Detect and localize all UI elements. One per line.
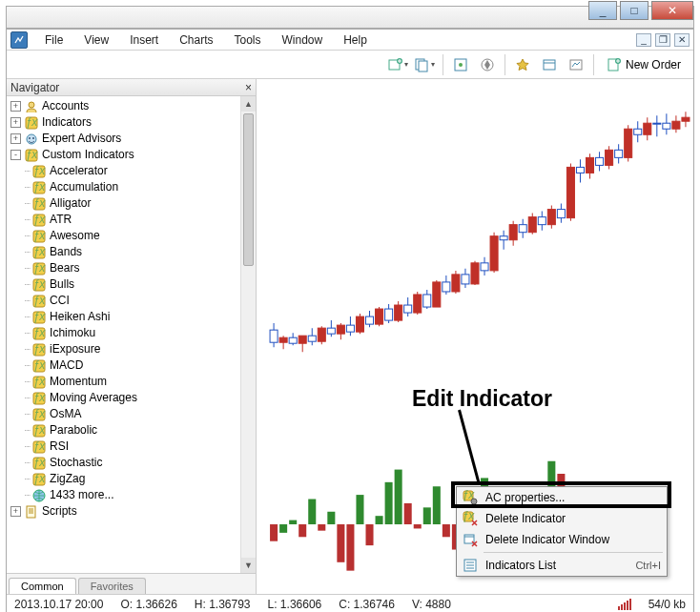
expander-icon[interactable]: +	[10, 101, 21, 112]
context-menu-delete-indicator[interactable]: ƒх Delete Indicator	[457, 508, 667, 529]
scroll-thumb[interactable]	[243, 113, 254, 266]
fx-icon: ƒх	[31, 262, 47, 275]
svg-rect-142	[644, 123, 651, 134]
svg-rect-98	[433, 282, 441, 307]
tree-item-expert-advisors[interactable]: +Expert Advisors	[9, 131, 240, 147]
svg-rect-68	[289, 337, 297, 343]
scroll-up-button[interactable]: ▲	[241, 96, 256, 112]
tree-item-bands[interactable]: ┈ƒхBands	[9, 244, 240, 260]
navigator-close-button[interactable]: ×	[245, 81, 252, 94]
svg-text:ƒх: ƒх	[33, 262, 46, 275]
svg-rect-165	[404, 503, 412, 524]
context-menu-ac-properties-[interactable]: ƒх AC properties...	[457, 487, 667, 508]
fx-icon: ƒх	[31, 473, 47, 486]
tree-item-stochastic[interactable]: ┈ƒхStochastic	[9, 455, 240, 471]
tree-item-accelerator[interactable]: ┈ƒхAccelerator	[9, 163, 240, 179]
tree-item-label: Momentum	[50, 374, 107, 390]
tree-item-macd[interactable]: ┈ƒхMACD	[9, 357, 240, 374]
mdi-restore-button[interactable]: ❐	[655, 33, 670, 47]
tree-item-ichimoku[interactable]: ┈ƒхIchimoku	[9, 325, 240, 341]
context-menu-delete-indicator-window[interactable]: Delete Indicator Window	[457, 529, 667, 550]
tree-item-osma[interactable]: ┈ƒхOsMA	[9, 406, 240, 422]
scroll-down-button[interactable]: ▼	[241, 558, 256, 573]
tree-item-accumulation[interactable]: ┈ƒхAccumulation	[9, 179, 240, 195]
svg-text:ƒх: ƒх	[33, 408, 46, 420]
tree-item-zigzag[interactable]: ┈ƒхZigZag	[9, 471, 240, 487]
tree-guide-icon: ┈	[10, 309, 30, 325]
tree-item-atr[interactable]: ┈ƒхATR	[9, 212, 240, 228]
svg-text:ƒх: ƒх	[33, 473, 46, 485]
svg-rect-169	[443, 524, 450, 537]
window-maximize-button[interactable]: □	[620, 1, 649, 20]
expander-icon[interactable]: +	[10, 117, 21, 128]
favorite-button[interactable]	[511, 53, 534, 76]
menu-file[interactable]: File	[35, 31, 72, 50]
tree-item-custom-indicators[interactable]: -ƒхCustom Indicators	[9, 147, 240, 163]
fx-icon: ƒх	[31, 457, 47, 470]
svg-rect-148	[672, 121, 680, 129]
expander-icon[interactable]: -	[10, 150, 21, 160]
svg-text:ƒх: ƒх	[33, 230, 46, 242]
window-minimize-button[interactable]: _	[588, 1, 617, 20]
svg-rect-124	[557, 210, 565, 218]
tree-guide-icon: ┈	[10, 195, 30, 212]
tree-item-label: Awesome	[50, 228, 99, 244]
tree-item-label: Moving Averages	[50, 390, 137, 406]
fx-icon: ƒх	[31, 165, 47, 178]
svg-rect-92	[404, 305, 412, 313]
expander-icon[interactable]: +	[10, 133, 21, 144]
tree-item-more[interactable]: ┈1433 more...	[9, 487, 240, 503]
context-menu-indicators-list[interactable]: Indicators List Ctrl+I	[457, 555, 667, 576]
tree-item-iexposure[interactable]: ┈ƒхiExposure	[9, 341, 240, 357]
tab-common[interactable]: Common	[9, 578, 76, 594]
menu-window[interactable]: Window	[273, 31, 333, 50]
tree-item-label: Ichimoku	[50, 325, 95, 341]
svg-text:ƒх: ƒх	[33, 181, 46, 194]
mdi-close-button[interactable]: ✕	[674, 33, 690, 47]
terminal-button[interactable]	[538, 53, 561, 76]
svg-rect-112	[500, 236, 507, 240]
mdi-minimize-button[interactable]: _	[636, 33, 651, 47]
tree-item-alligator[interactable]: ┈ƒхAlligator	[9, 195, 240, 212]
menu-charts[interactable]: Charts	[170, 31, 222, 50]
tree-item-cci[interactable]: ┈ƒхCCI	[9, 293, 240, 309]
menu-view[interactable]: View	[74, 31, 118, 50]
annotation-label: Edit Indicator	[412, 386, 552, 412]
fx-icon: ƒх	[24, 149, 39, 162]
navigator-button[interactable]	[476, 53, 499, 76]
navigator-scrollbar[interactable]: ▲ ▼	[240, 96, 256, 573]
svg-rect-146	[663, 123, 670, 129]
tree-item-parabolic[interactable]: ┈ƒхParabolic	[9, 422, 240, 439]
tree-item-label: Heiken Ashi	[50, 309, 110, 325]
tab-favorites[interactable]: Favorites	[78, 578, 146, 594]
market-watch-button[interactable]	[449, 53, 472, 76]
menu-help[interactable]: Help	[334, 31, 377, 50]
tree-item-scripts[interactable]: +Scripts	[9, 503, 240, 520]
expander-icon[interactable]: +	[10, 506, 21, 517]
tree-guide-icon: ┈	[10, 163, 30, 179]
tree-item-heiken-ashi[interactable]: ┈ƒхHeiken Ashi	[9, 309, 240, 325]
tree-item-momentum[interactable]: ┈ƒхMomentum	[9, 374, 240, 390]
tree-item-moving-averages[interactable]: ┈ƒхMoving Averages	[9, 390, 240, 406]
profiles-button[interactable]: ▾	[414, 53, 437, 76]
svg-text:ƒх: ƒх	[33, 440, 46, 453]
tree-item-bears[interactable]: ┈ƒхBears	[9, 260, 240, 276]
menu-tools[interactable]: Tools	[225, 31, 271, 50]
tree-item-bulls[interactable]: ┈ƒхBulls	[9, 276, 240, 293]
menu-insert[interactable]: Insert	[120, 31, 168, 50]
fx-icon: ƒх	[31, 181, 47, 194]
svg-rect-128	[576, 167, 584, 173]
tree-item-rsi[interactable]: ┈ƒхRSI	[9, 439, 240, 455]
navigator-tree[interactable]: +Accounts+ƒхIndicators+Expert Advisors-ƒ…	[7, 96, 240, 573]
svg-rect-136	[615, 150, 623, 157]
accounts-icon	[24, 100, 39, 113]
tree-item-indicators[interactable]: +ƒхIndicators	[9, 114, 240, 131]
tree-item-awesome[interactable]: ┈ƒхAwesome	[9, 228, 240, 244]
strategy-tester-button[interactable]	[565, 53, 587, 76]
new-chart-button[interactable]: ▾	[387, 53, 410, 76]
tree-item-accounts[interactable]: +Accounts	[9, 98, 240, 114]
new-order-button[interactable]: New Order	[600, 53, 688, 76]
window-titlebar: _ □ ✕	[6, 6, 694, 29]
window-close-button[interactable]: ✕	[651, 1, 693, 20]
tree-item-label: Indicators	[42, 114, 92, 131]
